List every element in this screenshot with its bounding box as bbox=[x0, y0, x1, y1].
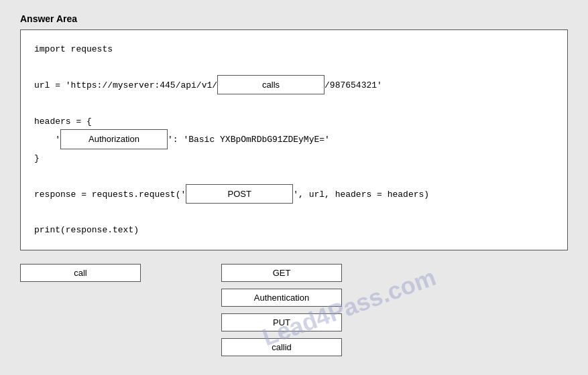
option-callid[interactable]: callid bbox=[221, 338, 342, 356]
option-call[interactable]: call bbox=[20, 264, 141, 282]
option-get[interactable]: GET bbox=[221, 264, 342, 282]
code-line-space-4 bbox=[34, 204, 554, 222]
code-line-4: ' Authorization ': 'Basic YXBpOmRDbG91ZD… bbox=[34, 130, 554, 149]
code-line-3: headers = { bbox=[34, 112, 554, 130]
options-right: GET Authentication PUT callid bbox=[221, 264, 342, 356]
page-container: Answer Area import requests url = 'https… bbox=[0, 0, 588, 375]
post-box[interactable]: POST bbox=[186, 184, 293, 204]
code-line-space-3 bbox=[34, 167, 554, 185]
options-left: call bbox=[20, 264, 194, 356]
code-text-2a: url = 'https://myserver:445/api/v1/ bbox=[34, 78, 217, 93]
calls-box[interactable]: calls bbox=[217, 75, 325, 94]
code-text-6a: response = requests.request(' bbox=[34, 187, 186, 202]
code-text-7: print(response.text) bbox=[34, 222, 139, 238]
code-text-5: } bbox=[34, 151, 40, 166]
code-text-3: headers = { bbox=[34, 114, 92, 129]
option-authentication[interactable]: Authentication bbox=[221, 289, 342, 307]
code-line-space-2 bbox=[34, 95, 554, 112]
code-line-7: print(response.text) bbox=[34, 222, 554, 239]
code-text-1: import requests bbox=[34, 42, 113, 57]
code-line-1: import requests bbox=[34, 41, 554, 58]
code-text-4a: ' bbox=[34, 132, 60, 147]
option-put[interactable]: PUT bbox=[221, 313, 342, 331]
options-area: call GET Authentication PUT callid bbox=[20, 264, 568, 356]
code-line-6: response = requests.request(' POST ', ur… bbox=[34, 185, 554, 204]
code-line-5: } bbox=[34, 150, 554, 167]
code-line-2: url = 'https://myserver:445/api/v1/ call… bbox=[34, 76, 554, 95]
code-line-space-1 bbox=[34, 58, 554, 76]
code-text-4b: ': 'Basic YXBpOmRDbG91ZDEyMyE=' bbox=[168, 132, 330, 147]
code-text-6b: ', url, headers = headers) bbox=[293, 187, 429, 202]
authorization-box[interactable]: Authorization bbox=[60, 129, 168, 149]
code-text-2b: /987654321' bbox=[325, 78, 382, 93]
code-box: import requests url = 'https://myserver:… bbox=[20, 29, 568, 250]
answer-area-label: Answer Area bbox=[20, 13, 568, 24]
